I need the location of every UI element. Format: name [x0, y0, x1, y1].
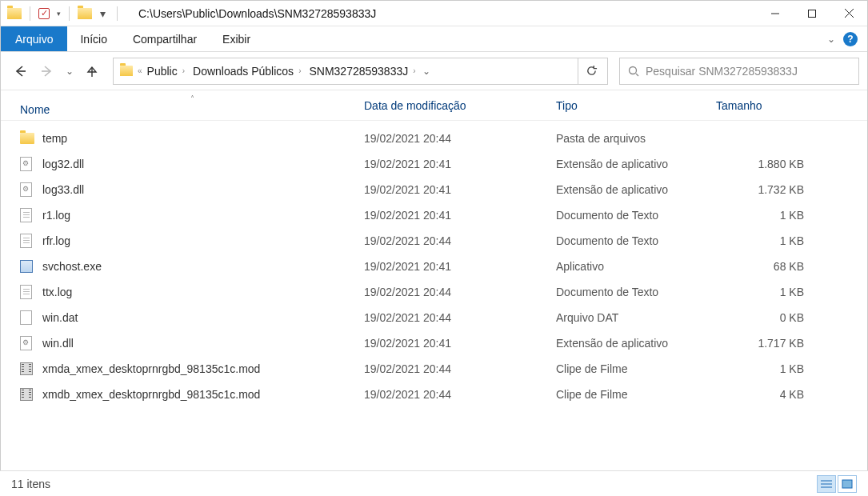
titlebar: ✓ ▾ ▾ C:\Users\Public\Downloads\SNM32728…	[1, 1, 867, 26]
col-header-date[interactable]: Data de modificação	[364, 99, 556, 112]
txt-icon	[20, 285, 42, 299]
file-type: Clipe de Filme	[556, 388, 716, 401]
file-date: 19/02/2021 20:44	[364, 362, 556, 375]
file-type: Extensão de aplicativo	[556, 158, 716, 170]
file-size: 1 KB	[716, 234, 804, 247]
close-button[interactable]	[830, 1, 867, 26]
file-name: win.dll	[42, 337, 364, 350]
file-size: 1.717 KB	[716, 337, 804, 350]
file-date: 19/02/2021 20:44	[364, 388, 556, 401]
file-date: 19/02/2021 20:44	[364, 234, 556, 247]
mov-icon	[20, 388, 42, 401]
file-row[interactable]: rfr.log19/02/2021 20:44Documento de Text…	[1, 228, 867, 254]
file-row[interactable]: log32.dll19/02/2021 20:41Extensão de apl…	[1, 151, 867, 177]
column-headers: ˄ Nome Data de modificação Tipo Tamanho	[1, 90, 867, 121]
maximize-button[interactable]	[794, 1, 830, 26]
help-icon[interactable]: ?	[843, 32, 858, 46]
chevron-right-icon: ›	[182, 66, 185, 75]
address-folder-icon	[120, 66, 133, 76]
file-name: log32.dll	[42, 158, 364, 170]
svg-rect-12	[842, 480, 852, 488]
file-date: 19/02/2021 20:41	[364, 337, 556, 350]
window-title: C:\Users\Public\Downloads\SNM32728593833…	[138, 7, 376, 20]
svg-rect-1	[809, 10, 816, 17]
file-name: xmda_xmex_desktoprnrgbd_98135c1c.mod	[42, 362, 364, 375]
tab-view[interactable]: Exibir	[210, 26, 263, 51]
file-row[interactable]: ttx.log19/02/2021 20:44Documento de Text…	[1, 279, 867, 305]
breadcrumb-overflow[interactable]: «	[138, 66, 142, 75]
file-row[interactable]: log33.dll19/02/2021 20:41Extensão de apl…	[1, 177, 867, 202]
file-row[interactable]: svchost.exe19/02/2021 20:41Aplicativo68 …	[1, 254, 867, 279]
file-name: rfr.log	[42, 234, 364, 247]
qat-properties-icon[interactable]: ✓	[38, 8, 50, 19]
address-bar[interactable]: « Public› Downloads Públicos› SNM3272859…	[113, 58, 608, 85]
search-icon	[628, 66, 639, 77]
file-row[interactable]: win.dat19/02/2021 20:44Arquivo DAT0 KB	[1, 305, 867, 330]
file-type: Extensão de aplicativo	[556, 337, 716, 350]
file-type: Documento de Texto	[556, 209, 716, 222]
nav-recent-dropdown[interactable]: ⌄	[63, 60, 76, 82]
breadcrumb-item[interactable]: Downloads Públicos›	[190, 65, 304, 78]
col-header-name[interactable]: ˄ Nome	[20, 94, 364, 116]
file-row[interactable]: win.dll19/02/2021 20:41Extensão de aplic…	[1, 330, 867, 356]
file-date: 19/02/2021 20:44	[364, 286, 556, 298]
dll-icon	[20, 336, 42, 350]
svg-point-7	[630, 66, 637, 74]
dll-icon	[20, 182, 42, 197]
file-row[interactable]: r1.log19/02/2021 20:41Documento de Texto…	[1, 202, 867, 228]
file-size: 1 KB	[716, 362, 804, 375]
file-name: log33.dll	[42, 183, 364, 196]
qat-overflow[interactable]: ▾	[97, 7, 109, 20]
qat-separator	[69, 6, 70, 21]
nav-forward-button[interactable]	[36, 60, 58, 82]
file-date: 19/02/2021 20:41	[364, 183, 556, 196]
qat-separator	[117, 6, 118, 21]
search-input[interactable]: Pesquisar SNM32728593833J	[619, 58, 859, 85]
nav-up-button[interactable]	[81, 60, 103, 82]
col-header-type[interactable]: Tipo	[556, 99, 716, 112]
txt-icon	[20, 208, 42, 222]
address-dropdown-icon[interactable]: ⌄	[422, 66, 430, 77]
nav-back-button[interactable]	[9, 60, 31, 82]
qat-open-folder-icon[interactable]	[78, 8, 92, 19]
chevron-right-icon: ›	[298, 66, 301, 75]
search-placeholder: Pesquisar SNM32728593833J	[646, 65, 798, 78]
status-bar: 11 itens	[0, 470, 868, 496]
file-size: 1.732 KB	[716, 183, 804, 196]
file-date: 19/02/2021 20:44	[364, 311, 556, 324]
tab-home[interactable]: Início	[67, 26, 119, 51]
file-type: Aplicativo	[556, 260, 716, 273]
svg-line-8	[636, 74, 638, 76]
ribbon-collapse-icon[interactable]: ⌄	[827, 34, 835, 45]
view-details-button[interactable]	[817, 475, 836, 493]
breadcrumb-item[interactable]: SNM32728593833J›	[306, 65, 418, 78]
item-count: 11 itens	[11, 478, 50, 490]
nav-bar: ⌄ « Public› Downloads Públicos› SNM32728…	[1, 52, 867, 90]
refresh-button[interactable]	[578, 58, 605, 85]
breadcrumb-item[interactable]: Public›	[144, 65, 188, 78]
file-row[interactable]: xmda_xmex_desktoprnrgbd_98135c1c.mod19/0…	[1, 356, 867, 382]
chevron-right-icon: ›	[413, 66, 415, 75]
file-list: temp19/02/2021 20:44Pasta de arquivoslog…	[1, 121, 867, 407]
file-name: xmdb_xmex_desktoprnrgbd_98135c1c.mod	[42, 388, 364, 401]
file-type: Extensão de aplicativo	[556, 183, 716, 196]
txt-icon	[20, 234, 42, 248]
ribbon: Arquivo Início Compartilhar Exibir ⌄ ?	[1, 26, 867, 52]
tab-file[interactable]: Arquivo	[1, 26, 67, 51]
file-type: Documento de Texto	[556, 234, 716, 247]
window-folder-icon	[7, 8, 22, 19]
file-date: 19/02/2021 20:44	[364, 132, 556, 145]
file-size: 1 KB	[716, 209, 804, 222]
file-date: 19/02/2021 20:41	[364, 209, 556, 222]
file-type: Pasta de arquivos	[556, 132, 716, 145]
qat-dropdown-icon[interactable]: ▾	[57, 10, 61, 18]
file-size: 4 KB	[716, 388, 804, 401]
view-thumbnails-button[interactable]	[838, 475, 857, 493]
file-row[interactable]: xmdb_xmex_desktoprnrgbd_98135c1c.mod19/0…	[1, 382, 867, 407]
doc-icon	[20, 310, 42, 325]
file-row[interactable]: temp19/02/2021 20:44Pasta de arquivos	[1, 126, 867, 151]
dll-icon	[20, 157, 42, 171]
tab-share[interactable]: Compartilhar	[120, 26, 210, 51]
minimize-button[interactable]	[757, 1, 794, 26]
col-header-size[interactable]: Tamanho	[716, 99, 812, 112]
